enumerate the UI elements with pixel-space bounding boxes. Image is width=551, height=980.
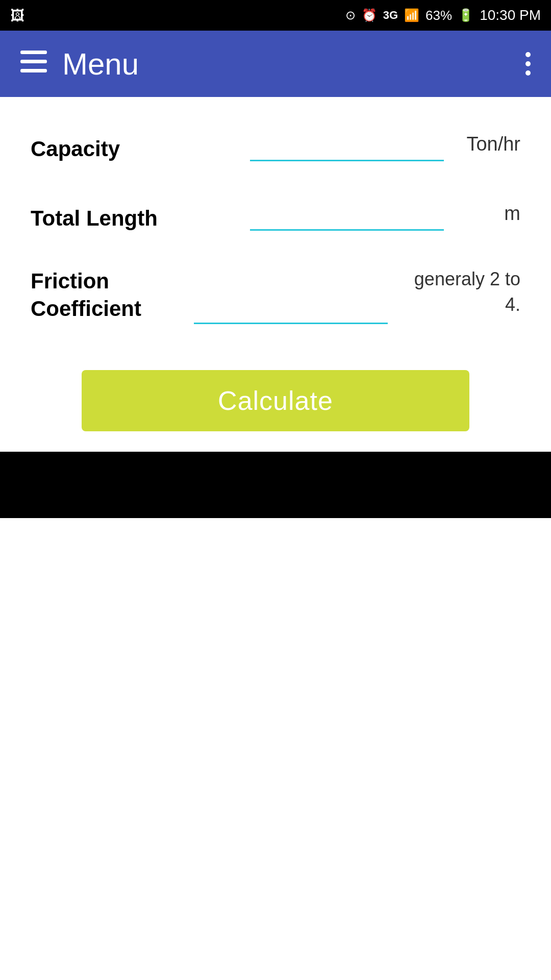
app-bar: Menu [0, 31, 551, 97]
svg-rect-2 [20, 69, 47, 72]
friction-input-group: generaly 2 to 4. [194, 266, 520, 324]
status-bar: 🖼 ⊙ ⏰ 3G 📶 63% 🔋 10:30 PM [0, 0, 551, 31]
capacity-input-group: Ton/hr [194, 128, 520, 161]
battery-icon: 🔋 [458, 8, 473, 22]
capacity-input[interactable] [250, 128, 444, 161]
svg-rect-1 [20, 60, 47, 63]
more-options-button[interactable] [525, 52, 531, 76]
main-content: Capacity Ton/hr Total Length m FrictionC… [0, 97, 551, 329]
battery-percent: 63% [425, 8, 452, 23]
friction-hint: generaly 2 to 4. [403, 266, 520, 324]
svg-rect-0 [20, 51, 47, 54]
total-length-input-group: m [194, 197, 520, 231]
hamburger-menu-icon[interactable] [20, 51, 47, 77]
total-length-unit: m [459, 203, 520, 231]
ad-banner [0, 452, 551, 518]
calculate-button-container: Calculate [0, 360, 551, 442]
signal-bars-icon: 📶 [404, 8, 419, 22]
friction-input[interactable] [194, 290, 388, 324]
alarm-icon: ⏰ [362, 8, 377, 22]
calculate-button[interactable]: Calculate [82, 370, 469, 431]
friction-label: FrictionCoefficient [31, 267, 194, 323]
capacity-label: Capacity [31, 137, 194, 161]
photo-icon: 🖼 [10, 7, 24, 24]
total-length-field: Total Length m [31, 197, 520, 236]
capacity-unit: Ton/hr [459, 133, 520, 161]
location-icon: ⊙ [345, 8, 356, 22]
status-bar-right: ⊙ ⏰ 3G 📶 63% 🔋 10:30 PM [345, 7, 541, 23]
network-badge: 3G [383, 9, 398, 22]
clock: 10:30 PM [480, 7, 541, 23]
total-length-label: Total Length [31, 206, 194, 231]
capacity-field: Capacity Ton/hr [31, 128, 520, 166]
app-bar-left: Menu [20, 46, 139, 82]
total-length-input[interactable] [250, 197, 444, 231]
status-bar-left: 🖼 [10, 7, 24, 24]
app-title: Menu [62, 46, 139, 82]
friction-field: FrictionCoefficient generaly 2 to 4. [31, 266, 520, 329]
